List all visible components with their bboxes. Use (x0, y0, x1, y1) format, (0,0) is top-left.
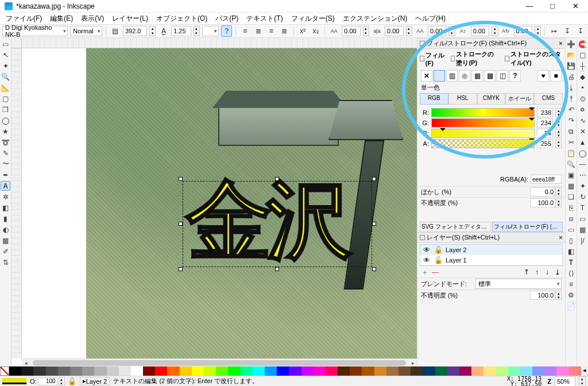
b-slider[interactable] (431, 129, 535, 138)
snap-bbox-icon[interactable]: ▢ (578, 50, 587, 60)
status-opacity-input[interactable] (38, 377, 57, 385)
swatch[interactable] (386, 366, 399, 376)
eraser-tool[interactable]: ◧ (1, 203, 10, 213)
swatch[interactable] (143, 366, 155, 376)
scroll-right-button[interactable]: ▸ (409, 359, 417, 367)
font-family-dropdown[interactable]: D Digi Kyokasho NK-B (2, 26, 68, 36)
swatch[interactable] (70, 366, 82, 376)
no-color-swatch[interactable] (0, 366, 9, 376)
mode-cmyk[interactable]: CMYK (477, 93, 506, 105)
minimize-button[interactable]: ― (518, 0, 541, 13)
swatch[interactable] (289, 366, 301, 376)
ellipse-tool[interactable]: ◯ (1, 115, 10, 125)
spinner[interactable]: ▴▾ (363, 26, 369, 36)
spiral-tool[interactable]: ➰ (1, 137, 10, 147)
snap-toggle-icon[interactable]: 🧲 (578, 39, 587, 49)
swatch[interactable] (204, 366, 216, 376)
panel-close-icon[interactable]: × (559, 40, 563, 48)
swatch[interactable] (556, 366, 568, 376)
snap-edge-icon[interactable]: ┼ (578, 61, 587, 71)
text-object[interactable]: 金沢 (183, 181, 372, 267)
swatch[interactable] (241, 366, 253, 376)
ruler-horizontal[interactable] (22, 38, 417, 48)
text-dir-h-icon[interactable]: ↦ (548, 25, 559, 37)
snap-path-icon[interactable]: ∿ (578, 115, 587, 125)
kerning-input-4[interactable]: 0.00 (471, 26, 490, 36)
zoom-spinner[interactable]: ▴▾ (579, 376, 586, 387)
rgba-input[interactable] (531, 175, 562, 184)
copy-icon[interactable]: ⧉ (566, 126, 576, 136)
save-icon[interactable]: 💾 (566, 61, 576, 71)
layer-row[interactable]: 👁 🔓 Layer 2 (420, 245, 562, 255)
snap-grid-icon[interactable]: ▦ (578, 225, 587, 234)
paint-unknown-button[interactable]: ? (509, 70, 521, 82)
swatch[interactable] (301, 366, 314, 376)
paint-pattern-button[interactable]: ▩ (484, 70, 496, 82)
kerning-input-3[interactable]: 0.00 (428, 26, 447, 36)
paint-linear-button[interactable]: ▥ (446, 70, 458, 82)
layer-name[interactable]: Layer 1 (446, 257, 467, 264)
status-opacity-spinner[interactable]: ▴▾ (59, 377, 65, 386)
menu-edit[interactable]: 編集(E) (47, 13, 76, 24)
resize-handle[interactable] (275, 177, 279, 181)
swatch[interactable] (107, 366, 119, 376)
swatch[interactable] (265, 366, 277, 376)
pencil-tool[interactable]: ✎ (1, 148, 10, 158)
layer-top-button[interactable]: ⤒ (523, 268, 531, 276)
open-icon[interactable]: 📂 (566, 50, 576, 60)
scroll-thumb[interactable] (33, 360, 406, 366)
a-spinner[interactable]: ▴▾ (555, 139, 562, 148)
group-icon[interactable]: ▭ (566, 225, 576, 234)
node-tool[interactable]: ↖ (1, 50, 10, 60)
blur-spinner[interactable]: ▴▾ (555, 187, 562, 196)
dropper-tool[interactable]: ✐ (1, 246, 10, 256)
swatch[interactable] (155, 366, 167, 376)
eye-icon[interactable]: 👁 (423, 246, 431, 254)
swatch[interactable] (46, 366, 58, 376)
paint-flat-button[interactable] (434, 70, 445, 82)
resize-handle[interactable] (372, 267, 376, 271)
font-size-input[interactable]: 392.0 (123, 26, 147, 36)
g-spinner[interactable]: ▴▾ (555, 118, 562, 128)
swatch[interactable] (167, 366, 179, 376)
swatch[interactable] (435, 366, 447, 376)
swatch[interactable] (131, 366, 143, 376)
r-slider[interactable] (431, 108, 535, 117)
a-value[interactable]: 255 (537, 139, 553, 148)
tab-stroke-paint[interactable]: ストロークの塗り(P) (451, 50, 500, 67)
clone-icon[interactable]: ⎘ (566, 203, 576, 213)
xml-icon[interactable]: ⟨⟩ (566, 268, 576, 278)
text-dir-v-icon[interactable]: ↧ (562, 25, 572, 37)
eye-icon[interactable]: 👁 (423, 256, 431, 264)
selector-tool[interactable]: ▭ (1, 39, 10, 49)
menu-layer[interactable]: レイヤー(L) (109, 13, 152, 24)
layer-opacity-spinner[interactable]: ▴▾ (555, 291, 562, 300)
kerning-input-1[interactable]: 0.00 (342, 26, 361, 36)
snap-corner-icon[interactable]: ◆ (578, 72, 587, 82)
swatch[interactable] (253, 366, 265, 376)
text-tool[interactable]: A (1, 181, 10, 191)
maximize-button[interactable]: □ (541, 0, 564, 13)
tweak-tool[interactable]: ✦ (1, 61, 10, 71)
menu-extensions[interactable]: エクステンション(N) (339, 13, 411, 24)
resize-handle[interactable] (179, 177, 183, 181)
lock-icon[interactable]: 🔓 (434, 256, 442, 264)
swatch[interactable] (21, 366, 33, 376)
align-right-icon[interactable]: ≡ (266, 25, 277, 37)
line-height-spinner[interactable]: ▴▾ (194, 26, 200, 36)
fillstroke-dialog-icon[interactable]: ◧ (566, 246, 576, 256)
paint-none-button[interactable]: ✕ (421, 70, 432, 82)
layer-row[interactable]: 👁 🔓 Layer 1 (420, 255, 562, 265)
mode-wheel[interactable]: ホイール (505, 93, 534, 105)
zoom-draw-icon[interactable]: ▣ (566, 170, 576, 180)
swatch[interactable] (228, 366, 240, 376)
b-value[interactable]: 24 (537, 129, 553, 138)
lock-icon[interactable]: 🔓 (434, 246, 442, 254)
paint-mesh-button[interactable]: ▦ (471, 70, 483, 82)
b-spinner[interactable]: ▴▾ (555, 129, 562, 138)
snap-node-icon[interactable]: ⭘ (578, 105, 587, 114)
text-dialog-icon[interactable]: T (566, 257, 576, 267)
subscript-icon[interactable]: x₂ (311, 25, 322, 37)
tab-fillstroke-short[interactable]: フィル/ストローク(F) (Shift+Ctrl+F) (492, 222, 563, 232)
swatch[interactable] (82, 366, 94, 376)
